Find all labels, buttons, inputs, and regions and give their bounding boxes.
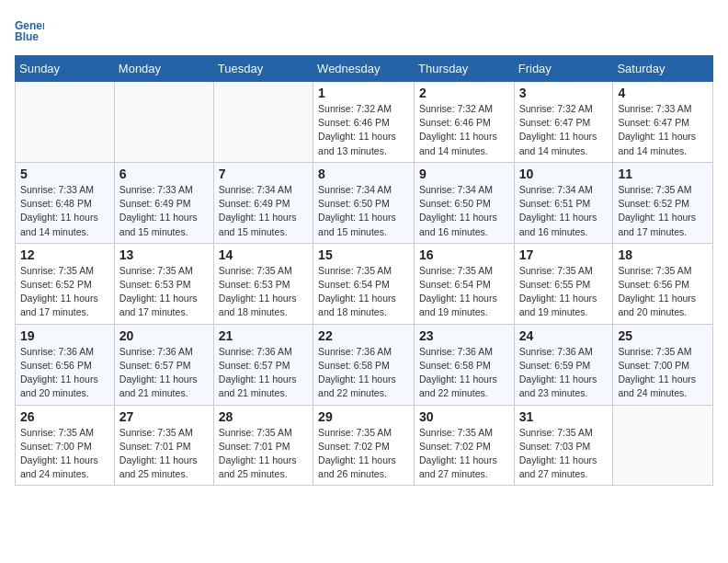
day-number: 17 [519, 247, 609, 262]
calendar-cell: 10Sunrise: 7:34 AM Sunset: 6:51 PM Dayli… [514, 162, 613, 243]
day-info: Sunrise: 7:35 AM Sunset: 7:03 PM Dayligh… [519, 426, 609, 482]
calendar-cell: 11Sunrise: 7:35 AM Sunset: 6:52 PM Dayli… [613, 162, 713, 243]
day-number: 31 [519, 409, 609, 424]
day-number: 28 [219, 409, 308, 424]
day-number: 22 [318, 328, 409, 343]
calendar-table: SundayMondayTuesdayWednesdayThursdayFrid… [15, 55, 713, 486]
calendar-cell: 6Sunrise: 7:33 AM Sunset: 6:49 PM Daylig… [114, 162, 213, 243]
day-number: 15 [318, 247, 409, 262]
day-number: 8 [318, 167, 409, 181]
calendar-cell: 16Sunrise: 7:35 AM Sunset: 6:54 PM Dayli… [415, 243, 515, 324]
calendar-week-1: 1Sunrise: 7:32 AM Sunset: 6:46 PM Daylig… [16, 82, 713, 163]
weekday-header-row: SundayMondayTuesdayWednesdayThursdayFrid… [16, 56, 713, 82]
calendar-cell: 19Sunrise: 7:36 AM Sunset: 6:56 PM Dayli… [16, 324, 115, 405]
day-info: Sunrise: 7:36 AM Sunset: 6:59 PM Dayligh… [519, 345, 609, 401]
day-info: Sunrise: 7:34 AM Sunset: 6:50 PM Dayligh… [419, 183, 509, 239]
day-info: Sunrise: 7:35 AM Sunset: 6:55 PM Dayligh… [519, 264, 609, 320]
calendar-cell: 23Sunrise: 7:36 AM Sunset: 6:58 PM Dayli… [415, 324, 515, 405]
day-info: Sunrise: 7:33 AM Sunset: 6:49 PM Dayligh… [119, 183, 209, 239]
day-number: 16 [419, 247, 509, 262]
day-number: 5 [20, 167, 109, 181]
calendar-cell: 2Sunrise: 7:32 AM Sunset: 6:46 PM Daylig… [415, 82, 515, 163]
day-number: 6 [119, 167, 209, 181]
day-number: 12 [20, 247, 109, 262]
day-info: Sunrise: 7:35 AM Sunset: 6:54 PM Dayligh… [318, 264, 409, 320]
day-number: 29 [318, 409, 409, 424]
day-number: 13 [119, 247, 209, 262]
page-header: General Blue [15, 15, 713, 44]
calendar-cell: 18Sunrise: 7:35 AM Sunset: 6:56 PM Dayli… [613, 243, 713, 324]
day-info: Sunrise: 7:35 AM Sunset: 7:00 PM Dayligh… [20, 426, 109, 482]
day-info: Sunrise: 7:35 AM Sunset: 6:52 PM Dayligh… [618, 183, 708, 239]
calendar-cell: 27Sunrise: 7:35 AM Sunset: 7:01 PM Dayli… [114, 405, 213, 486]
calendar-week-4: 19Sunrise: 7:36 AM Sunset: 6:56 PM Dayli… [16, 324, 713, 405]
day-number: 27 [119, 409, 209, 424]
calendar-cell: 17Sunrise: 7:35 AM Sunset: 6:55 PM Dayli… [514, 243, 613, 324]
weekday-sunday: Sunday [16, 56, 115, 82]
calendar-cell: 22Sunrise: 7:36 AM Sunset: 6:58 PM Dayli… [313, 324, 415, 405]
day-info: Sunrise: 7:35 AM Sunset: 6:56 PM Dayligh… [618, 264, 708, 320]
calendar-body: 1Sunrise: 7:32 AM Sunset: 6:46 PM Daylig… [16, 82, 713, 486]
day-info: Sunrise: 7:36 AM Sunset: 6:57 PM Dayligh… [219, 345, 308, 401]
day-info: Sunrise: 7:36 AM Sunset: 6:56 PM Dayligh… [20, 345, 109, 401]
calendar-cell: 21Sunrise: 7:36 AM Sunset: 6:57 PM Dayli… [213, 324, 313, 405]
calendar-cell [114, 82, 213, 163]
day-number: 30 [419, 409, 509, 424]
calendar-cell: 12Sunrise: 7:35 AM Sunset: 6:52 PM Dayli… [16, 243, 115, 324]
day-info: Sunrise: 7:35 AM Sunset: 7:02 PM Dayligh… [318, 426, 409, 482]
day-number: 4 [618, 86, 708, 100]
calendar-cell: 9Sunrise: 7:34 AM Sunset: 6:50 PM Daylig… [415, 162, 515, 243]
day-info: Sunrise: 7:35 AM Sunset: 6:53 PM Dayligh… [119, 264, 209, 320]
weekday-monday: Monday [114, 56, 213, 82]
day-number: 18 [618, 247, 708, 262]
calendar-cell [213, 82, 313, 163]
day-info: Sunrise: 7:35 AM Sunset: 6:53 PM Dayligh… [219, 264, 308, 320]
weekday-tuesday: Tuesday [213, 56, 313, 82]
calendar-week-5: 26Sunrise: 7:35 AM Sunset: 7:00 PM Dayli… [16, 405, 713, 486]
day-number: 9 [419, 167, 509, 181]
calendar-cell: 7Sunrise: 7:34 AM Sunset: 6:49 PM Daylig… [213, 162, 313, 243]
day-number: 7 [219, 167, 308, 181]
day-number: 23 [419, 328, 509, 343]
day-number: 26 [20, 409, 109, 424]
calendar-cell: 20Sunrise: 7:36 AM Sunset: 6:57 PM Dayli… [114, 324, 213, 405]
day-info: Sunrise: 7:35 AM Sunset: 7:01 PM Dayligh… [219, 426, 308, 482]
day-number: 14 [219, 247, 308, 262]
calendar-cell: 25Sunrise: 7:35 AM Sunset: 7:00 PM Dayli… [613, 324, 713, 405]
day-info: Sunrise: 7:32 AM Sunset: 6:46 PM Dayligh… [318, 102, 409, 158]
day-info: Sunrise: 7:35 AM Sunset: 7:00 PM Dayligh… [618, 345, 708, 401]
day-info: Sunrise: 7:34 AM Sunset: 6:49 PM Dayligh… [219, 183, 308, 239]
day-info: Sunrise: 7:36 AM Sunset: 6:57 PM Dayligh… [119, 345, 209, 401]
day-number: 10 [519, 167, 609, 181]
calendar-week-2: 5Sunrise: 7:33 AM Sunset: 6:48 PM Daylig… [16, 162, 713, 243]
weekday-thursday: Thursday [415, 56, 515, 82]
day-number: 24 [519, 328, 609, 343]
calendar-cell: 31Sunrise: 7:35 AM Sunset: 7:03 PM Dayli… [514, 405, 613, 486]
day-number: 25 [618, 328, 708, 343]
calendar-cell: 3Sunrise: 7:32 AM Sunset: 6:47 PM Daylig… [514, 82, 613, 163]
day-number: 2 [419, 86, 509, 100]
day-number: 1 [318, 86, 409, 100]
day-number: 20 [119, 328, 209, 343]
calendar-cell: 29Sunrise: 7:35 AM Sunset: 7:02 PM Dayli… [313, 405, 415, 486]
weekday-saturday: Saturday [613, 56, 713, 82]
day-info: Sunrise: 7:32 AM Sunset: 6:46 PM Dayligh… [419, 102, 509, 158]
day-number: 19 [20, 328, 109, 343]
day-info: Sunrise: 7:35 AM Sunset: 6:52 PM Dayligh… [20, 264, 109, 320]
calendar-cell: 13Sunrise: 7:35 AM Sunset: 6:53 PM Dayli… [114, 243, 213, 324]
calendar-cell [16, 82, 115, 163]
weekday-friday: Friday [514, 56, 613, 82]
calendar-week-3: 12Sunrise: 7:35 AM Sunset: 6:52 PM Dayli… [16, 243, 713, 324]
calendar-cell: 14Sunrise: 7:35 AM Sunset: 6:53 PM Dayli… [213, 243, 313, 324]
logo: General Blue [15, 15, 48, 44]
day-info: Sunrise: 7:33 AM Sunset: 6:47 PM Dayligh… [618, 102, 708, 158]
day-info: Sunrise: 7:34 AM Sunset: 6:50 PM Dayligh… [318, 183, 409, 239]
day-info: Sunrise: 7:35 AM Sunset: 6:54 PM Dayligh… [419, 264, 509, 320]
day-info: Sunrise: 7:33 AM Sunset: 6:48 PM Dayligh… [20, 183, 109, 239]
day-info: Sunrise: 7:34 AM Sunset: 6:51 PM Dayligh… [519, 183, 609, 239]
day-info: Sunrise: 7:36 AM Sunset: 6:58 PM Dayligh… [419, 345, 509, 401]
calendar-cell: 28Sunrise: 7:35 AM Sunset: 7:01 PM Dayli… [213, 405, 313, 486]
calendar-cell: 30Sunrise: 7:35 AM Sunset: 7:02 PM Dayli… [415, 405, 515, 486]
calendar-cell [613, 405, 713, 486]
calendar-cell: 24Sunrise: 7:36 AM Sunset: 6:59 PM Dayli… [514, 324, 613, 405]
